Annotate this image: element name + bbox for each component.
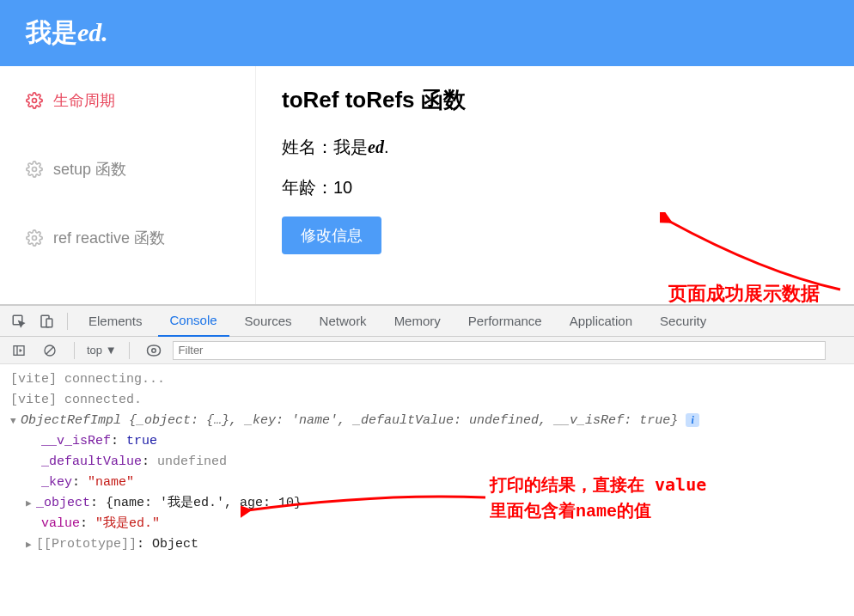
devtools-tabbar: Elements Console Sources Network Memory … bbox=[0, 306, 854, 337]
age-row: 年龄：10 bbox=[282, 176, 828, 199]
separator bbox=[74, 342, 75, 359]
age-label: 年龄： bbox=[282, 178, 333, 197]
tab-sources[interactable]: Sources bbox=[233, 306, 304, 337]
annotation-arrow-1 bbox=[660, 212, 849, 307]
title-text: 我是 bbox=[26, 18, 77, 46]
separator bbox=[67, 313, 68, 330]
clear-console-icon[interactable] bbox=[38, 338, 62, 363]
inspect-element-icon[interactable] bbox=[7, 309, 31, 333]
svg-rect-5 bbox=[46, 319, 52, 327]
gear-icon bbox=[26, 161, 43, 178]
filter-input[interactable] bbox=[173, 341, 826, 360]
sidebar-item-label: ref reactive 函数 bbox=[53, 228, 165, 248]
sidebar-item-ref-reactive[interactable]: ref reactive 函数 bbox=[0, 204, 255, 272]
page-title: toRef toRefs 函数 bbox=[282, 85, 828, 115]
sidebar-item-lifecycle[interactable]: 生命周期 bbox=[0, 66, 255, 135]
name-value-italic: ed bbox=[368, 137, 384, 156]
log-prop: __v_isRef: true bbox=[10, 431, 844, 452]
devtools: Elements Console Sources Network Memory … bbox=[0, 304, 854, 560]
name-value-post: . bbox=[384, 137, 389, 156]
device-toggle-icon[interactable] bbox=[34, 309, 58, 333]
log-prop: value: "我是ed." bbox=[10, 514, 844, 534]
app-body: 生命周期 setup 函数 ref reactive 函数 toRef toRe… bbox=[0, 66, 854, 304]
tab-network[interactable]: Network bbox=[308, 306, 379, 337]
app-header: 我是ed. bbox=[0, 0, 854, 66]
name-value-pre: 我是 bbox=[333, 137, 368, 156]
svg-rect-6 bbox=[14, 345, 24, 355]
svg-point-0 bbox=[33, 99, 37, 103]
sidebar-item-setup[interactable]: setup 函数 bbox=[0, 135, 255, 204]
modify-button[interactable]: 修改信息 bbox=[282, 217, 381, 254]
app-title: 我是ed. bbox=[26, 18, 108, 46]
live-expression-icon[interactable] bbox=[142, 338, 166, 363]
log-line: [vite] connecting... bbox=[10, 369, 844, 390]
sidebar-item-label: 生命周期 bbox=[53, 90, 115, 111]
console-output: [vite] connecting... [vite] connected. ▼… bbox=[0, 364, 854, 560]
age-value: 10 bbox=[333, 178, 352, 197]
svg-point-10 bbox=[151, 348, 156, 352]
main-content: toRef toRefs 函数 姓名：我是ed. 年龄：10 修改信息 bbox=[256, 66, 854, 304]
log-object-summary[interactable]: ▼ObjectRefImpl {_object: {…}, _key: 'nam… bbox=[10, 411, 844, 431]
log-prop: _key: "name" bbox=[10, 473, 844, 493]
title-italic: ed. bbox=[77, 18, 108, 46]
sidebar: 生命周期 setup 函数 ref reactive 函数 bbox=[0, 66, 256, 304]
tab-console[interactable]: Console bbox=[158, 306, 229, 337]
tab-performance[interactable]: Performance bbox=[456, 306, 554, 337]
console-toolbar: top ▼ bbox=[0, 337, 854, 364]
log-prop[interactable]: ▶[[Prototype]]: Object bbox=[10, 534, 844, 555]
svg-point-2 bbox=[33, 236, 37, 241]
log-line: [vite] connected. bbox=[10, 390, 844, 411]
log-prop[interactable]: ▶_object: {name: '我是ed.', age: 10} bbox=[10, 493, 844, 514]
gear-icon bbox=[26, 92, 43, 109]
sidebar-item-label: setup 函数 bbox=[53, 159, 126, 180]
info-icon[interactable]: i bbox=[686, 413, 699, 427]
tab-elements[interactable]: Elements bbox=[76, 306, 155, 337]
svg-line-9 bbox=[46, 347, 53, 354]
toggle-sidebar-icon[interactable] bbox=[7, 338, 31, 363]
name-row: 姓名：我是ed. bbox=[282, 136, 828, 159]
tab-application[interactable]: Application bbox=[558, 306, 644, 337]
name-label: 姓名： bbox=[282, 137, 333, 156]
separator bbox=[129, 342, 130, 359]
tab-memory[interactable]: Memory bbox=[382, 306, 453, 337]
tab-security[interactable]: Security bbox=[648, 306, 718, 337]
gear-icon bbox=[26, 229, 43, 247]
context-selector[interactable]: top ▼ bbox=[87, 344, 117, 357]
log-prop: _defaultValue: undefined bbox=[10, 452, 844, 473]
svg-point-1 bbox=[33, 168, 37, 172]
